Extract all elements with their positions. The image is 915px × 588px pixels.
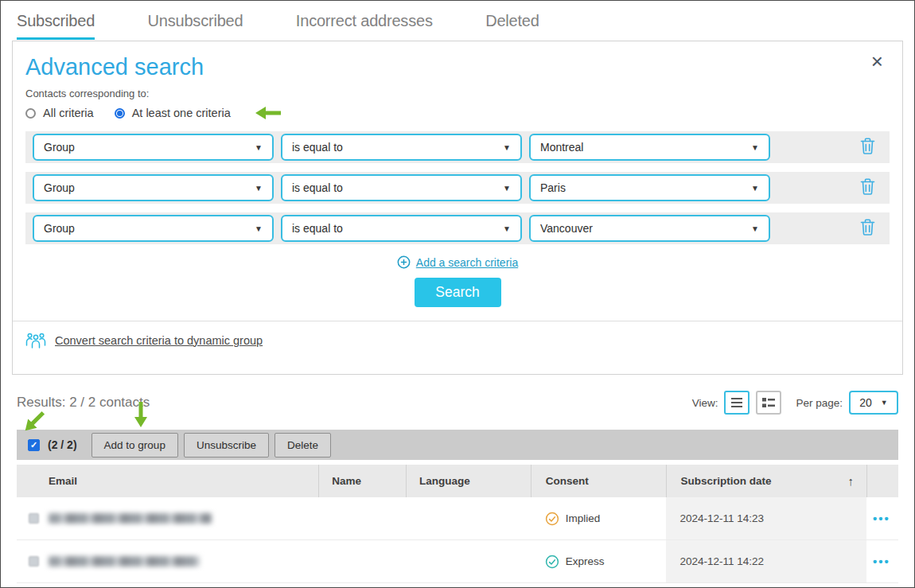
match-mode-label: Contacts corresponding to: [25, 88, 902, 99]
bulk-action-toolbar: ✓ (2 / 2) Add to group Unsubscribe Delet… [17, 430, 898, 460]
criteria-value-select[interactable]: Montreal ▼ [529, 134, 770, 161]
criteria-operator-value: is equal to [292, 181, 343, 194]
card-view-icon [762, 397, 775, 408]
radio-all-criteria[interactable]: All criteria [25, 107, 94, 119]
delete-criteria-button[interactable] [859, 136, 877, 158]
delete-button[interactable]: Delete [274, 433, 331, 458]
consent-label: Express [566, 555, 605, 567]
language-cell [406, 497, 531, 539]
add-search-criteria-link[interactable]: Add a search criteria [416, 256, 518, 269]
column-header-email[interactable]: Email [49, 465, 318, 497]
column-header-name[interactable]: Name [318, 465, 406, 497]
header-checkbox-cell [17, 465, 49, 497]
criteria-row: Group ▼ is equal to ▼ Montreal ▼ [25, 131, 890, 163]
redacted-email [49, 513, 212, 524]
unsubscribe-button[interactable]: Unsubscribe [184, 433, 269, 458]
criteria-operator-select[interactable]: is equal to ▼ [281, 215, 522, 242]
email-cell [49, 497, 318, 539]
tab-unsubscribed[interactable]: Unsubscribed [148, 12, 243, 37]
criteria-field-select[interactable]: Group ▼ [33, 174, 274, 201]
column-header-subscription-date[interactable]: Subscription date ↑ [666, 465, 867, 497]
select-all-checkbox[interactable]: ✓ [28, 439, 40, 451]
sort-ascending-icon[interactable]: ↑ [848, 474, 855, 488]
green-left-arrow-icon [255, 105, 282, 121]
radio-at-least-one-criteria[interactable]: At least one criteria [115, 107, 231, 119]
tab-incorrect-addresses[interactable]: Incorrect addresses [296, 12, 433, 37]
consent-express-icon [545, 555, 559, 569]
criteria-operator-select[interactable]: is equal to ▼ [281, 174, 522, 201]
row-actions-menu-icon[interactable]: ••• [873, 512, 890, 525]
criteria-value: Paris [540, 181, 566, 194]
criteria-operator-value: is equal to [292, 222, 343, 235]
redacted-email [49, 556, 200, 567]
chevron-down-icon: ▼ [751, 224, 759, 233]
green-arrow-at-add-to-group-icon [133, 401, 149, 428]
column-header-consent[interactable]: Consent [531, 465, 666, 497]
close-icon[interactable]: × [871, 51, 883, 72]
radio-icon[interactable] [25, 108, 36, 119]
tab-deleted[interactable]: Deleted [485, 12, 539, 37]
checkmark-icon: ✓ [30, 441, 37, 450]
results-controls: View: Per page: 20 ▼ [692, 391, 898, 415]
match-mode-radios: All criteria At least one criteria [25, 105, 902, 121]
criteria-field-select[interactable]: Group ▼ [33, 215, 274, 242]
row-checkbox-cell [17, 497, 49, 539]
email-cell [49, 540, 318, 582]
row-checkbox[interactable] [29, 556, 39, 567]
row-actions-menu-icon[interactable]: ••• [873, 555, 890, 568]
criteria-value-select[interactable]: Vancouver ▼ [529, 215, 770, 242]
tab-bar: Subscribed Unsubscribed Incorrect addres… [1, 1, 914, 41]
name-cell [318, 497, 406, 539]
actions-cell: ••• [866, 497, 898, 539]
add-criteria-row: Add a search criteria [13, 255, 902, 269]
chevron-down-icon: ▼ [751, 184, 759, 193]
consent-implied-icon [545, 512, 559, 526]
row-checkbox[interactable] [29, 513, 39, 524]
actions-cell: ••• [866, 540, 898, 582]
subscription-date-cell: 2024-12-11 14:22 [666, 540, 867, 582]
criteria-row: Group ▼ is equal to ▼ Vancouver ▼ [25, 212, 890, 244]
criteria-value-select[interactable]: Paris ▼ [529, 174, 770, 201]
delete-criteria-button[interactable] [859, 217, 877, 239]
criteria-operator-value: is equal to [292, 141, 343, 154]
trash-icon [860, 178, 875, 195]
view-label: View: [692, 397, 718, 409]
selection-count: (2 / 2) [48, 438, 77, 451]
chevron-down-icon: ▼ [503, 184, 511, 193]
per-page-select[interactable]: 20 ▼ [849, 391, 898, 415]
convert-to-dynamic-group-link[interactable]: Convert search criteria to dynamic group [55, 334, 263, 347]
trash-icon [860, 138, 875, 154]
add-to-group-button[interactable]: Add to group [92, 433, 178, 458]
row-checkbox-cell [17, 540, 49, 582]
convert-row: Convert search criteria to dynamic group [13, 321, 902, 359]
criteria-field-value: Group [44, 141, 75, 154]
radio-all-criteria-label: All criteria [43, 107, 94, 119]
chevron-down-icon: ▼ [503, 224, 511, 233]
language-cell [406, 540, 531, 582]
contacts-page: Subscribed Unsubscribed Incorrect addres… [0, 0, 915, 588]
trash-icon [860, 219, 875, 236]
chevron-down-icon: ▼ [503, 143, 511, 152]
tab-subscribed[interactable]: Subscribed [17, 12, 95, 40]
criteria-field-select[interactable]: Group ▼ [33, 134, 274, 161]
view-cards-button[interactable] [756, 391, 781, 415]
advanced-search-panel: × Advanced search Contacts corresponding… [12, 41, 903, 375]
per-page-value: 20 [859, 396, 872, 409]
criteria-operator-select[interactable]: is equal to ▼ [281, 134, 522, 161]
criteria-value: Vancouver [540, 222, 593, 235]
radio-selected-icon[interactable] [115, 108, 125, 119]
column-header-language[interactable]: Language [406, 465, 531, 497]
consent-label: Implied [566, 512, 601, 524]
table-row[interactable]: Express 2024-12-11 14:22 ••• [17, 540, 898, 583]
chevron-down-icon: ▼ [751, 143, 759, 152]
consent-cell: Implied [531, 497, 666, 539]
table-row[interactable]: Implied 2024-12-11 14:23 ••• [17, 497, 898, 540]
search-button[interactable]: Search [415, 278, 501, 307]
consent-cell: Express [531, 540, 666, 582]
toolbar-wrap: ✓ (2 / 2) Add to group Unsubscribe Delet… [17, 430, 898, 460]
view-list-button[interactable] [724, 391, 750, 415]
criteria-field-value: Group [44, 181, 75, 194]
chevron-down-icon: ▼ [255, 224, 263, 233]
name-cell [318, 540, 406, 582]
delete-criteria-button[interactable] [859, 177, 877, 199]
